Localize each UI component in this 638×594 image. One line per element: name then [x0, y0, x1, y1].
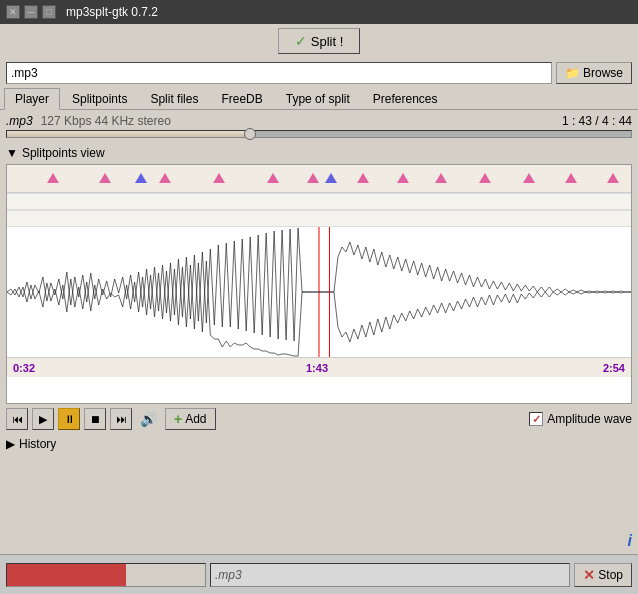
marker[interactable] — [325, 173, 337, 183]
time-separator: / — [595, 114, 602, 128]
tab-preferences[interactable]: Preferences — [362, 88, 449, 109]
marker[interactable] — [213, 173, 225, 183]
volume-icon[interactable]: 🔊 — [140, 411, 157, 427]
marker[interactable] — [397, 173, 409, 183]
tab-type-of-split[interactable]: Type of split — [275, 88, 361, 109]
player-filename: .mp3 — [6, 114, 33, 128]
split-checkmark-icon: ✓ — [295, 33, 307, 49]
status-filename-text: .mp3 — [215, 568, 242, 582]
channels-label: stereo — [137, 114, 170, 128]
splitpoints-section: ▼ Splitpoints view — [0, 144, 638, 164]
browse-button-label: Browse — [583, 66, 623, 80]
waveform-container[interactable]: 0:32 1:43 2:54 — [6, 164, 632, 404]
window-controls: ✕ ─ □ — [6, 5, 56, 19]
marker[interactable] — [565, 173, 577, 183]
player-section: .mp3 127 Kbps 44 KHz stereo 1 : 43 / 4 :… — [0, 110, 638, 144]
chevron-right-icon: ▼ — [6, 146, 18, 160]
progress-status-bar — [6, 563, 206, 587]
waveform-svg — [7, 227, 631, 357]
info-icon[interactable]: i — [628, 532, 632, 550]
bitrate-label: 127 Kbps — [41, 114, 92, 128]
rewind-button[interactable]: ⏮ — [6, 408, 28, 430]
tab-split-files[interactable]: Split files — [139, 88, 209, 109]
status-bar: .mp3 ✕ Stop — [0, 554, 638, 594]
minimize-button[interactable]: ─ — [24, 5, 38, 19]
marker[interactable] — [307, 173, 319, 183]
stop-button[interactable]: ✕ Stop — [574, 563, 632, 587]
restore-button[interactable]: □ — [42, 5, 56, 19]
file-input[interactable] — [6, 62, 552, 84]
window-title: mp3splt-gtk 0.7.2 — [66, 5, 158, 19]
separator-row — [7, 194, 631, 210]
transport-row: ⏮ ▶ ⏸ ⏹ ⏭ 🔊 + Add Amplitude wave — [0, 404, 638, 434]
separator-row — [7, 211, 631, 227]
marker[interactable] — [479, 173, 491, 183]
close-button[interactable]: ✕ — [6, 5, 20, 19]
amplitude-check-row: Amplitude wave — [529, 412, 632, 426]
playhead — [329, 227, 330, 357]
split-button-label: Split ! — [311, 34, 344, 49]
time-display: 1 : 43 / 4 : 44 — [562, 114, 632, 128]
progress-bar[interactable] — [6, 130, 632, 138]
marker[interactable] — [607, 173, 619, 183]
time-middle: 1:43 — [306, 362, 328, 374]
marker[interactable] — [357, 173, 369, 183]
amplitude-label: Amplitude wave — [547, 412, 632, 426]
marker[interactable] — [435, 173, 447, 183]
stop-transport-button[interactable]: ⏹ — [84, 408, 106, 430]
marker[interactable] — [135, 173, 147, 183]
marker[interactable] — [267, 173, 279, 183]
add-plus-icon: + — [174, 411, 182, 427]
status-filename: .mp3 — [210, 563, 570, 587]
time-start: 0:32 — [13, 362, 35, 374]
split-button[interactable]: ✓ Split ! — [278, 28, 361, 54]
add-button-label: Add — [185, 412, 206, 426]
stop-button-label: Stop — [598, 568, 623, 582]
add-button[interactable]: + Add — [165, 408, 216, 430]
stop-x-icon: ✕ — [583, 567, 595, 583]
marker[interactable] — [159, 173, 171, 183]
browse-folder-icon: 📁 — [565, 66, 580, 80]
marker[interactable] — [99, 173, 111, 183]
play-button[interactable]: ▶ — [32, 408, 54, 430]
total-time: 4 : 44 — [602, 114, 632, 128]
amplitude-checkbox[interactable] — [529, 412, 543, 426]
tab-player[interactable]: Player — [4, 88, 60, 110]
browse-button[interactable]: 📁 Browse — [556, 62, 632, 84]
time-end: 2:54 — [603, 362, 625, 374]
marker[interactable] — [47, 173, 59, 183]
tab-freedb[interactable]: FreeDB — [210, 88, 273, 109]
history-chevron-icon: ▶ — [6, 437, 15, 451]
marker[interactable] — [523, 173, 535, 183]
audio-info: 127 Kbps 44 KHz stereo — [41, 114, 171, 128]
splitpoints-toggle[interactable]: ▼ Splitpoints view — [6, 146, 632, 160]
history-row[interactable]: ▶ History — [0, 434, 638, 454]
tab-splitpoints[interactable]: Splitpoints — [61, 88, 138, 109]
splitpoints-view-label: Splitpoints view — [22, 146, 105, 160]
current-time: 1 : 43 — [562, 114, 592, 128]
pause-button[interactable]: ⏸ — [58, 408, 80, 430]
file-row: 📁 Browse — [0, 58, 638, 88]
tab-bar: Player Splitpoints Split files FreeDB Ty… — [0, 88, 638, 110]
timeline-row: 0:32 1:43 2:54 — [7, 357, 631, 377]
progress-thumb[interactable] — [244, 128, 256, 140]
sample-rate-label: 44 KHz — [95, 114, 134, 128]
titlebar: ✕ ─ □ mp3splt-gtk 0.7.2 — [0, 0, 638, 24]
progress-fill — [7, 131, 250, 137]
waveform-canvas — [7, 227, 631, 357]
player-info-row: .mp3 127 Kbps 44 KHz stereo 1 : 43 / 4 :… — [6, 114, 632, 128]
history-label: History — [19, 437, 56, 451]
markers-row — [7, 165, 631, 193]
skip-forward-button[interactable]: ⏭ — [110, 408, 132, 430]
split-row: ✓ Split ! — [0, 24, 638, 58]
